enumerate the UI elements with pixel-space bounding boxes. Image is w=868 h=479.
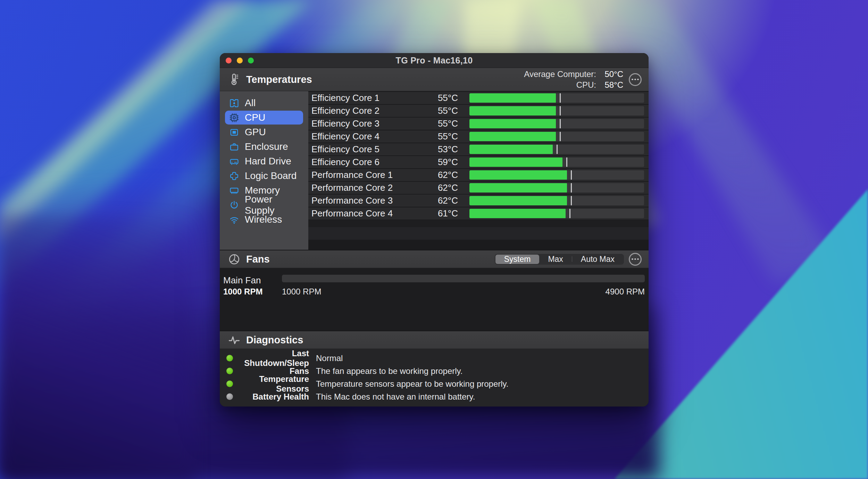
table-row: Efficiency Core 155°C	[308, 92, 649, 104]
diagnostic-row: Battery HealthThis Mac does not have an …	[220, 390, 649, 403]
temperature-bar	[469, 183, 644, 193]
average-computer-value: 50°C	[600, 69, 623, 79]
diagnostic-description: Temperature sensors appear to be working…	[316, 379, 509, 389]
temperature-bar-fill	[469, 119, 556, 128]
diagnostic-description: The fan appears to be working properly.	[316, 366, 462, 376]
sensor-label: Performance Core 1	[311, 170, 436, 180]
tgpro-window: TG Pro - Mac16,10 Temperatures Average C…	[220, 53, 649, 407]
temperatures-title: Temperatures	[246, 74, 312, 85]
logic-board-icon	[229, 171, 240, 181]
fan-mode-segmented-control: SystemMaxAuto Max	[495, 254, 624, 265]
fan-current-rpm: 1000 RPM	[223, 287, 262, 297]
temperature-table: Efficiency Core 155°CEfficiency Core 255…	[308, 91, 649, 250]
fan-min-rpm: 1000 RPM	[282, 287, 321, 297]
status-dot-green	[226, 380, 233, 387]
enclosure-icon	[229, 142, 240, 152]
table-row: Efficiency Core 659°C	[308, 156, 649, 168]
diagnostic-label: Last Shutdown/Sleep	[233, 349, 309, 368]
cpu-average-value: 58°C	[600, 80, 623, 90]
fan-mode-auto-max[interactable]: Auto Max	[572, 255, 623, 264]
sensor-label: Efficiency Core 3	[311, 118, 436, 129]
power-supply-icon	[229, 200, 240, 211]
temperature-bar	[469, 196, 644, 205]
sensor-value: 55°C	[436, 93, 458, 103]
close-button[interactable]	[226, 58, 232, 63]
temperature-bar-tick	[560, 106, 561, 116]
temperature-bar	[469, 119, 644, 128]
temperature-bar	[469, 170, 644, 180]
sensor-label: Efficiency Core 6	[311, 157, 436, 168]
temperature-bar-fill	[469, 93, 556, 103]
hard-drive-icon	[229, 156, 240, 167]
diagnostic-description: Normal	[316, 353, 343, 363]
table-row: Efficiency Core 455°C	[308, 130, 649, 143]
table-row: Efficiency Core 553°C	[308, 143, 649, 155]
table-row: Performance Core 162°C	[308, 169, 649, 181]
diagnostics-body: Last Shutdown/SleepNormalFansThe fan app…	[220, 349, 649, 407]
empty-row-stripe	[308, 227, 649, 240]
zoom-button[interactable]	[248, 58, 254, 63]
temperature-bar-fill	[469, 132, 556, 141]
temperature-bar	[469, 132, 644, 141]
temperature-bar-fill	[469, 183, 567, 193]
status-dot-green	[226, 368, 233, 374]
sidebar-item-cpu[interactable]: CPU	[225, 111, 303, 125]
minimize-button[interactable]	[237, 58, 243, 63]
pulse-icon	[227, 333, 241, 347]
table-row: Performance Core 461°C	[308, 207, 649, 220]
cpu-average-label: CPU:	[524, 80, 596, 90]
temperature-bar	[469, 106, 644, 116]
category-sidebar: AllCPUGPUEnclosureHard DriveLogic BoardM…	[220, 91, 308, 250]
temperature-bar	[469, 157, 644, 167]
temperature-bar	[469, 209, 644, 218]
temperature-bar-tick	[560, 132, 561, 141]
temperatures-header: Temperatures Average Computer: 50°C CPU:…	[220, 68, 649, 91]
diagnostic-label: Temperature Sensors	[233, 374, 309, 394]
thermometer-icon	[227, 72, 241, 87]
temperature-bar-tick	[560, 93, 561, 103]
sidebar-item-label: CPU	[245, 112, 265, 123]
gpu-icon	[229, 127, 240, 138]
sidebar-item-label: Hard Drive	[245, 156, 291, 167]
table-row: Efficiency Core 355°C	[308, 118, 649, 130]
fan-speed-bar	[282, 275, 645, 282]
window-titlebar[interactable]: TG Pro - Mac16,10	[220, 53, 649, 68]
sidebar-item-label: Enclosure	[245, 141, 288, 152]
sidebar-item-power-supply[interactable]: Power Supply	[225, 198, 303, 212]
fans-options-button[interactable]	[629, 253, 642, 266]
sidebar-item-hard-drive[interactable]: Hard Drive	[225, 154, 303, 168]
sensor-value: 62°C	[436, 170, 458, 180]
sensor-value: 59°C	[436, 157, 458, 168]
average-computer-label: Average Computer:	[524, 69, 596, 79]
temperature-bar	[469, 145, 644, 154]
sidebar-item-label: All	[245, 97, 256, 109]
fans-body: Main Fan 1000 RPM 1000 RPM 4900 RPM	[220, 268, 649, 331]
fan-mode-max[interactable]: Max	[539, 255, 571, 264]
temperatures-options-button[interactable]	[629, 73, 642, 86]
fan-max-rpm: 4900 RPM	[606, 287, 645, 297]
status-dot-gray	[226, 393, 233, 400]
sidebar-item-logic-board[interactable]: Logic Board	[225, 169, 303, 183]
diagnostics-header: Diagnostics	[220, 331, 649, 349]
cpu-icon	[229, 112, 240, 123]
sidebar-item-gpu[interactable]: GPU	[225, 125, 303, 139]
all-icon	[229, 98, 240, 109]
sidebar-item-enclosure[interactable]: Enclosure	[225, 140, 303, 154]
sidebar-item-all[interactable]: All	[225, 96, 303, 110]
sensor-label: Efficiency Core 4	[311, 131, 436, 142]
sidebar-item-label: Logic Board	[245, 170, 297, 181]
sensor-value: 62°C	[436, 195, 458, 206]
sensor-value: 62°C	[436, 182, 458, 193]
diagnostic-label: Battery Health	[233, 392, 309, 402]
fan-mode-system[interactable]: System	[495, 255, 540, 264]
temperature-bar-fill	[469, 106, 556, 116]
sidebar-item-label: Wireless	[245, 214, 282, 225]
sensor-label: Efficiency Core 5	[311, 144, 436, 155]
diagnostic-description: This Mac does not have an internal batte…	[316, 392, 475, 402]
sensor-label: Performance Core 3	[311, 195, 436, 206]
temperature-bar-fill	[469, 145, 553, 154]
temperature-bar-tick	[557, 145, 558, 154]
temperature-bar-tick	[566, 157, 567, 167]
diagnostics-title: Diagnostics	[246, 334, 303, 346]
sensor-value: 61°C	[436, 208, 458, 219]
